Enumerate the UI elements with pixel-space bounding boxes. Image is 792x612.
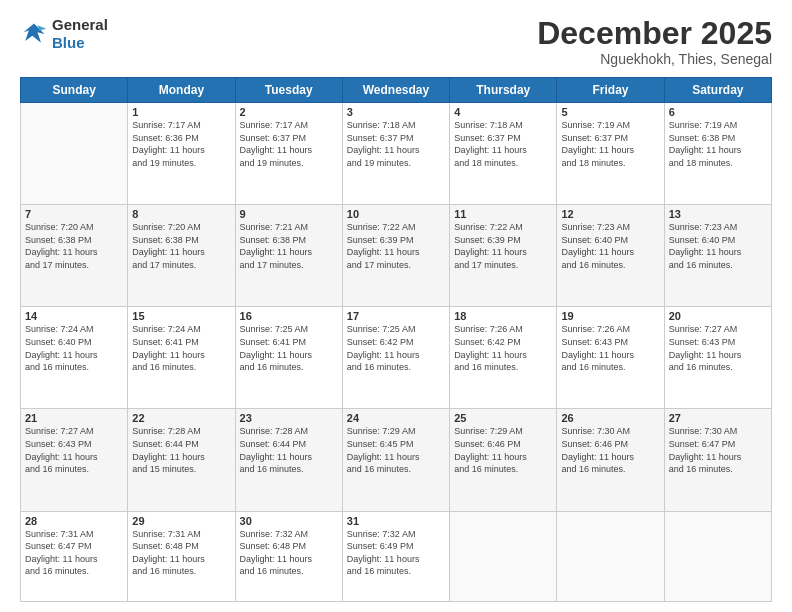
day-number: 26 — [561, 412, 659, 424]
day-number: 2 — [240, 106, 338, 118]
calendar-cell: 15Sunrise: 7:24 AM Sunset: 6:41 PM Dayli… — [128, 307, 235, 409]
calendar-header-row: SundayMondayTuesdayWednesdayThursdayFrid… — [21, 78, 772, 103]
calendar-cell: 5Sunrise: 7:19 AM Sunset: 6:37 PM Daylig… — [557, 103, 664, 205]
day-number: 20 — [669, 310, 767, 322]
calendar-cell: 29Sunrise: 7:31 AM Sunset: 6:48 PM Dayli… — [128, 511, 235, 602]
calendar-cell: 20Sunrise: 7:27 AM Sunset: 6:43 PM Dayli… — [664, 307, 771, 409]
day-number: 15 — [132, 310, 230, 322]
calendar-cell — [450, 511, 557, 602]
calendar-week-row: 21Sunrise: 7:27 AM Sunset: 6:43 PM Dayli… — [21, 409, 772, 511]
day-info: Sunrise: 7:22 AM Sunset: 6:39 PM Dayligh… — [347, 221, 445, 271]
day-number: 30 — [240, 515, 338, 527]
day-number: 7 — [25, 208, 123, 220]
calendar-cell: 19Sunrise: 7:26 AM Sunset: 6:43 PM Dayli… — [557, 307, 664, 409]
day-number: 21 — [25, 412, 123, 424]
calendar-cell: 13Sunrise: 7:23 AM Sunset: 6:40 PM Dayli… — [664, 205, 771, 307]
day-number: 5 — [561, 106, 659, 118]
day-info: Sunrise: 7:30 AM Sunset: 6:47 PM Dayligh… — [669, 425, 767, 475]
calendar-cell: 14Sunrise: 7:24 AM Sunset: 6:40 PM Dayli… — [21, 307, 128, 409]
calendar-cell: 1Sunrise: 7:17 AM Sunset: 6:36 PM Daylig… — [128, 103, 235, 205]
calendar-cell: 11Sunrise: 7:22 AM Sunset: 6:39 PM Dayli… — [450, 205, 557, 307]
day-info: Sunrise: 7:23 AM Sunset: 6:40 PM Dayligh… — [561, 221, 659, 271]
day-info: Sunrise: 7:29 AM Sunset: 6:45 PM Dayligh… — [347, 425, 445, 475]
day-info: Sunrise: 7:24 AM Sunset: 6:41 PM Dayligh… — [132, 323, 230, 373]
calendar-cell — [21, 103, 128, 205]
calendar-cell: 2Sunrise: 7:17 AM Sunset: 6:37 PM Daylig… — [235, 103, 342, 205]
header: General Blue December 2025 Nguekhokh, Th… — [20, 16, 772, 67]
day-info: Sunrise: 7:24 AM Sunset: 6:40 PM Dayligh… — [25, 323, 123, 373]
day-info: Sunrise: 7:17 AM Sunset: 6:36 PM Dayligh… — [132, 119, 230, 169]
day-number: 3 — [347, 106, 445, 118]
day-number: 17 — [347, 310, 445, 322]
day-info: Sunrise: 7:28 AM Sunset: 6:44 PM Dayligh… — [132, 425, 230, 475]
calendar-cell: 3Sunrise: 7:18 AM Sunset: 6:37 PM Daylig… — [342, 103, 449, 205]
day-number: 23 — [240, 412, 338, 424]
day-info: Sunrise: 7:32 AM Sunset: 6:48 PM Dayligh… — [240, 528, 338, 578]
calendar-table: SundayMondayTuesdayWednesdayThursdayFrid… — [20, 77, 772, 602]
calendar-cell: 16Sunrise: 7:25 AM Sunset: 6:41 PM Dayli… — [235, 307, 342, 409]
day-info: Sunrise: 7:30 AM Sunset: 6:46 PM Dayligh… — [561, 425, 659, 475]
day-number: 27 — [669, 412, 767, 424]
month-title: December 2025 — [537, 16, 772, 51]
day-number: 24 — [347, 412, 445, 424]
day-number: 19 — [561, 310, 659, 322]
calendar-cell: 9Sunrise: 7:21 AM Sunset: 6:38 PM Daylig… — [235, 205, 342, 307]
day-number: 29 — [132, 515, 230, 527]
logo-text: General Blue — [52, 16, 108, 52]
calendar-cell — [664, 511, 771, 602]
calendar-cell: 17Sunrise: 7:25 AM Sunset: 6:42 PM Dayli… — [342, 307, 449, 409]
calendar-cell: 18Sunrise: 7:26 AM Sunset: 6:42 PM Dayli… — [450, 307, 557, 409]
day-header-thursday: Thursday — [450, 78, 557, 103]
day-number: 25 — [454, 412, 552, 424]
day-info: Sunrise: 7:18 AM Sunset: 6:37 PM Dayligh… — [347, 119, 445, 169]
day-info: Sunrise: 7:25 AM Sunset: 6:42 PM Dayligh… — [347, 323, 445, 373]
calendar-cell: 12Sunrise: 7:23 AM Sunset: 6:40 PM Dayli… — [557, 205, 664, 307]
day-info: Sunrise: 7:27 AM Sunset: 6:43 PM Dayligh… — [25, 425, 123, 475]
calendar-cell: 22Sunrise: 7:28 AM Sunset: 6:44 PM Dayli… — [128, 409, 235, 511]
calendar-cell: 23Sunrise: 7:28 AM Sunset: 6:44 PM Dayli… — [235, 409, 342, 511]
day-header-saturday: Saturday — [664, 78, 771, 103]
day-header-monday: Monday — [128, 78, 235, 103]
day-number: 16 — [240, 310, 338, 322]
day-info: Sunrise: 7:29 AM Sunset: 6:46 PM Dayligh… — [454, 425, 552, 475]
day-info: Sunrise: 7:25 AM Sunset: 6:41 PM Dayligh… — [240, 323, 338, 373]
calendar-cell: 7Sunrise: 7:20 AM Sunset: 6:38 PM Daylig… — [21, 205, 128, 307]
day-number: 1 — [132, 106, 230, 118]
calendar-week-row: 14Sunrise: 7:24 AM Sunset: 6:40 PM Dayli… — [21, 307, 772, 409]
calendar-cell — [557, 511, 664, 602]
title-area: December 2025 Nguekhokh, Thies, Senegal — [537, 16, 772, 67]
day-info: Sunrise: 7:26 AM Sunset: 6:42 PM Dayligh… — [454, 323, 552, 373]
calendar-cell: 31Sunrise: 7:32 AM Sunset: 6:49 PM Dayli… — [342, 511, 449, 602]
calendar-cell: 10Sunrise: 7:22 AM Sunset: 6:39 PM Dayli… — [342, 205, 449, 307]
day-number: 28 — [25, 515, 123, 527]
calendar-week-row: 1Sunrise: 7:17 AM Sunset: 6:36 PM Daylig… — [21, 103, 772, 205]
day-info: Sunrise: 7:31 AM Sunset: 6:48 PM Dayligh… — [132, 528, 230, 578]
day-number: 4 — [454, 106, 552, 118]
day-header-sunday: Sunday — [21, 78, 128, 103]
day-number: 10 — [347, 208, 445, 220]
page: General Blue December 2025 Nguekhokh, Th… — [0, 0, 792, 612]
day-number: 31 — [347, 515, 445, 527]
day-info: Sunrise: 7:31 AM Sunset: 6:47 PM Dayligh… — [25, 528, 123, 578]
calendar-cell: 21Sunrise: 7:27 AM Sunset: 6:43 PM Dayli… — [21, 409, 128, 511]
location: Nguekhokh, Thies, Senegal — [537, 51, 772, 67]
calendar-week-row: 7Sunrise: 7:20 AM Sunset: 6:38 PM Daylig… — [21, 205, 772, 307]
day-info: Sunrise: 7:17 AM Sunset: 6:37 PM Dayligh… — [240, 119, 338, 169]
day-info: Sunrise: 7:19 AM Sunset: 6:38 PM Dayligh… — [669, 119, 767, 169]
day-info: Sunrise: 7:20 AM Sunset: 6:38 PM Dayligh… — [25, 221, 123, 271]
day-number: 6 — [669, 106, 767, 118]
calendar-cell: 6Sunrise: 7:19 AM Sunset: 6:38 PM Daylig… — [664, 103, 771, 205]
day-header-friday: Friday — [557, 78, 664, 103]
day-info: Sunrise: 7:21 AM Sunset: 6:38 PM Dayligh… — [240, 221, 338, 271]
day-number: 18 — [454, 310, 552, 322]
day-number: 22 — [132, 412, 230, 424]
day-header-tuesday: Tuesday — [235, 78, 342, 103]
calendar-cell: 28Sunrise: 7:31 AM Sunset: 6:47 PM Dayli… — [21, 511, 128, 602]
calendar-cell: 24Sunrise: 7:29 AM Sunset: 6:45 PM Dayli… — [342, 409, 449, 511]
day-info: Sunrise: 7:20 AM Sunset: 6:38 PM Dayligh… — [132, 221, 230, 271]
day-info: Sunrise: 7:27 AM Sunset: 6:43 PM Dayligh… — [669, 323, 767, 373]
day-info: Sunrise: 7:22 AM Sunset: 6:39 PM Dayligh… — [454, 221, 552, 271]
calendar-week-row: 28Sunrise: 7:31 AM Sunset: 6:47 PM Dayli… — [21, 511, 772, 602]
day-number: 8 — [132, 208, 230, 220]
day-header-wednesday: Wednesday — [342, 78, 449, 103]
